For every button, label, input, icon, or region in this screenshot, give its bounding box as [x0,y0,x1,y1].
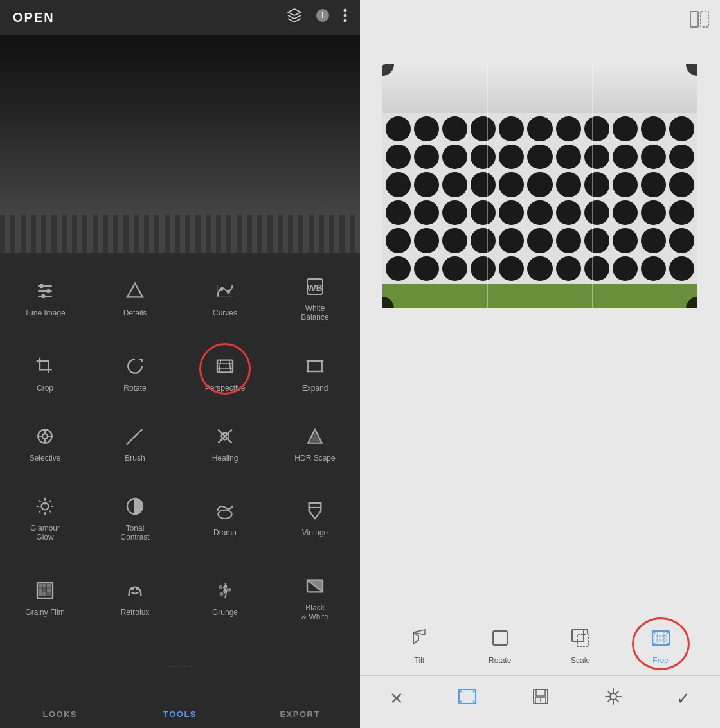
layers-icon[interactable] [287,8,302,27]
svg-rect-47 [48,589,50,591]
svg-line-37 [39,511,41,513]
save-icon[interactable] [527,683,554,715]
svg-line-34 [39,501,41,502]
svg-marker-11 [127,283,143,297]
tool-perspective[interactable]: Perspective [180,339,270,409]
tool-grunge[interactable]: Grunge [180,559,270,639]
persp-rotate[interactable]: Rotate [482,623,518,669]
photo-container: ⤢ ⤡ ⤡ ⤢ [382,64,698,308]
more-indicator: — — [0,638,360,693]
preview-bottom-strip [0,215,360,253]
tool-hdr-scape[interactable]: HDR Scape [270,409,360,479]
free-label: Free [652,656,669,665]
vintage-label: Vintage [302,528,328,537]
tool-rotate[interactable]: Rotate [90,339,180,409]
compare-icon[interactable] [689,10,710,32]
tool-selective[interactable]: Selective [0,409,90,479]
image-preview [0,35,360,253]
tool-black-white[interactable]: Black& White [270,559,360,639]
persp-free[interactable]: Free [644,623,678,669]
svg-line-36 [50,501,51,502]
persp-tilt[interactable]: Tilt [402,623,437,669]
auto-fix-icon[interactable] [600,683,627,715]
tune-image-label: Tune Image [24,308,66,317]
tool-healing[interactable]: Healing [180,409,270,479]
left-panel: OPEN i [0,0,360,728]
drama-label: Drama [213,528,237,537]
tool-tune-image[interactable]: Tune Image [0,260,90,339]
hdr-scape-icon [305,426,325,450]
tool-expand[interactable]: Expand [270,339,360,409]
tool-curves[interactable]: Curves [180,260,270,339]
tool-drama[interactable]: Drama [180,479,270,559]
tool-white-balance[interactable]: WB WhiteBalance [270,260,360,339]
svg-point-21 [42,434,48,439]
glamour-glow-label: GlamourGlow [30,524,60,542]
svg-point-8 [39,284,44,289]
expand-icon [305,356,325,380]
svg-line-80 [608,691,611,694]
tool-grainy-film[interactable]: Grainy Film [0,559,90,639]
svg-line-35 [50,511,51,513]
rotate-icon [125,356,145,380]
svg-point-52 [136,588,139,590]
tool-retrolux[interactable]: Retrolux [90,559,180,639]
open-button[interactable]: OPEN [13,10,55,25]
crop-icon [35,356,55,380]
drama-icon [215,501,235,524]
expand-label: Expand [302,384,328,393]
black-white-icon [305,576,325,599]
more-vert-icon[interactable] [343,8,347,27]
svg-rect-45 [39,589,42,591]
tonal-contrast-icon [125,496,145,520]
svg-rect-46 [43,589,46,591]
cancel-icon[interactable]: ✕ [386,685,408,713]
svg-point-39 [218,510,231,519]
curves-label: Curves [213,308,237,317]
details-icon [125,281,145,305]
scale-icon [570,627,591,653]
more-dots: — — [163,655,197,677]
vintage-icon [305,501,325,524]
details-label: Details [123,308,147,317]
svg-rect-44 [48,584,50,587]
grainy-film-icon [35,580,55,604]
tool-glamour-glow[interactable]: GlamourGlow [0,479,90,559]
curves-icon [215,281,235,305]
nav-looks[interactable]: LOOKS [0,700,120,728]
grunge-label: Grunge [212,608,238,617]
svg-point-54 [228,588,231,590]
svg-point-9 [46,289,51,294]
tool-brush[interactable]: Brush [90,409,180,479]
confirm-icon[interactable]: ✓ [672,685,694,713]
perspective-label: Perspective [205,384,246,393]
svg-point-51 [131,588,134,590]
selective-icon [35,426,55,450]
tool-details[interactable]: Details [90,260,180,339]
svg-rect-49 [43,593,46,596]
tool-tonal-contrast[interactable]: TonalContrast [90,479,180,559]
tool-vintage[interactable]: Vintage [270,479,360,559]
tool-crop[interactable]: Crop [0,339,90,409]
perspective-mode-bar: Tilt Rotate [360,613,720,675]
svg-rect-72 [536,689,545,696]
svg-text:i: i [321,10,324,20]
svg-point-3 [344,14,347,17]
black-white-label: Black& White [302,603,328,622]
nav-tools[interactable]: TOOLS [120,700,240,728]
selective-label: Selective [30,454,61,463]
persp-scale[interactable]: Scale [563,623,598,669]
svg-point-53 [219,585,222,588]
info-icon[interactable]: i [315,8,330,27]
perspective-icon [215,356,235,380]
svg-point-14 [220,288,223,291]
healing-icon [215,426,235,450]
perspective-action-icon[interactable] [453,682,482,715]
nav-export[interactable]: EXPORT [240,700,360,728]
svg-point-15 [227,290,230,294]
svg-point-4 [344,19,347,22]
persp-rotate-label: Rotate [489,656,511,665]
tune-image-icon [35,281,55,305]
retrolux-label: Retrolux [121,608,150,617]
svg-rect-58 [690,12,698,27]
